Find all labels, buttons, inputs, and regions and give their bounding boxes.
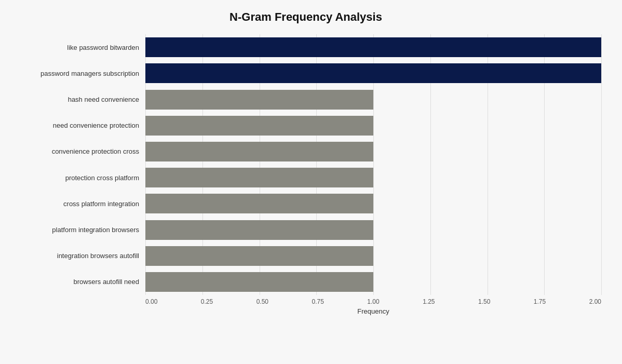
x-tick: 0.00 (145, 298, 157, 305)
bar-track (145, 63, 601, 83)
bar-track (145, 194, 601, 213)
x-tick: 1.25 (423, 298, 435, 305)
bar-row: like password bitwarden (10, 34, 601, 60)
bar-fill (145, 63, 601, 83)
bar-fill (145, 246, 373, 266)
bar-label: password managers subscription (10, 70, 145, 77)
bar-track (145, 37, 601, 57)
bars-section: like password bitwardenpassword managers… (10, 34, 601, 295)
bar-row: platform integration browsers (10, 217, 601, 242)
bar-label: cross platform integration (10, 200, 145, 208)
bar-fill (145, 37, 601, 57)
bar-row: password managers subscription (10, 60, 601, 86)
bar-track (145, 142, 601, 161)
x-tick: 0.75 (312, 298, 323, 305)
bar-fill (145, 220, 373, 240)
bar-label: hash need convenience (10, 96, 145, 103)
bar-label: convenience protection cross (10, 147, 145, 155)
grid-line (601, 34, 602, 295)
bar-fill (145, 194, 373, 213)
bar-row: cross platform integration (10, 191, 601, 217)
bar-track (145, 168, 601, 187)
x-tick: 1.50 (478, 298, 490, 305)
bar-row: integration browsers autofill (10, 243, 601, 269)
bar-track (145, 246, 601, 266)
bar-label: need convenience protection (10, 122, 145, 129)
bar-label: platform integration browsers (10, 226, 145, 234)
bar-fill (145, 168, 373, 187)
bar-track (145, 272, 601, 292)
x-tick: 0.25 (201, 298, 213, 305)
bar-fill (145, 116, 373, 136)
bar-row: hash need convenience (10, 86, 601, 112)
bar-label: browsers autofill need (10, 278, 145, 286)
bar-row: protection cross platform (10, 165, 601, 191)
chart-container: N-Gram Frequency Analysis like password … (0, 0, 622, 364)
x-tick: 2.00 (589, 298, 601, 305)
x-tick: 1.00 (367, 298, 379, 305)
bar-label: integration browsers autofill (10, 252, 145, 260)
bar-row: need convenience protection (10, 113, 601, 139)
bar-row: convenience protection cross (10, 139, 601, 165)
bar-fill (145, 90, 373, 110)
x-axis: 0.000.250.500.751.001.251.501.752.00 (145, 298, 601, 305)
bar-label: like password bitwarden (10, 44, 145, 51)
bar-fill (145, 272, 373, 292)
chart-area: like password bitwardenpassword managers… (10, 34, 601, 315)
x-tick: 1.75 (534, 298, 546, 305)
chart-title: N-Gram Frequency Analysis (10, 10, 601, 24)
x-tick: 0.50 (256, 298, 268, 305)
bar-track (145, 90, 601, 110)
bar-track (145, 116, 601, 136)
bar-row: browsers autofill need (10, 269, 601, 295)
x-axis-label: Frequency (145, 307, 601, 315)
bar-label: protection cross platform (10, 174, 145, 182)
bar-track (145, 220, 601, 240)
bar-fill (145, 142, 373, 161)
